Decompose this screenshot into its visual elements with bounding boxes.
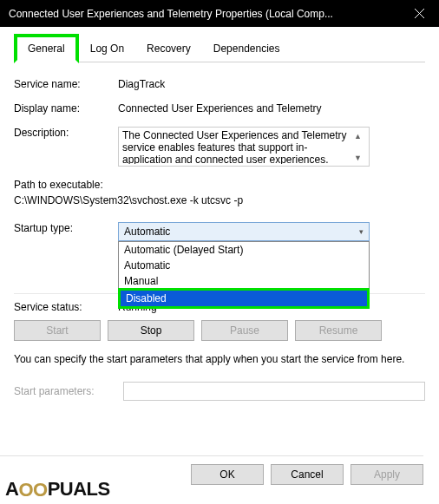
control-buttons: Start Stop Pause Resume <box>14 320 425 341</box>
pause-button: Pause <box>201 320 288 341</box>
start-params-label: Start parameters: <box>14 385 116 397</box>
cancel-button[interactable]: Cancel <box>271 464 344 485</box>
start-params-row: Start parameters: <box>14 382 425 401</box>
display-name-value: Connected User Experiences and Telemetry <box>118 102 425 115</box>
dialog-buttons: OK Cancel Apply <box>191 455 423 485</box>
scroll-up-icon[interactable]: ▲ <box>351 129 364 142</box>
display-name-row: Display name: Connected User Experiences… <box>14 102 425 115</box>
service-name-row: Service name: DiagTrack <box>14 78 425 90</box>
description-label: Description: <box>14 127 118 139</box>
startup-type-label: Startup type: <box>14 222 118 234</box>
startup-type-combo[interactable]: Automatic ▾ Automatic (Delayed Start) Au… <box>118 222 370 241</box>
startup-option-manual[interactable]: Manual <box>119 273 369 289</box>
tab-general[interactable]: General <box>14 34 79 63</box>
service-name-label: Service name: <box>14 78 118 90</box>
tab-log-on[interactable]: Log On <box>79 36 135 62</box>
scroll-down-icon[interactable]: ▼ <box>351 151 364 164</box>
titlebar: Connected User Experiences and Telemetry… <box>0 0 439 27</box>
start-button: Start <box>14 320 101 341</box>
path-label: Path to executable: <box>14 179 425 191</box>
info-text: You can specify the start parameters tha… <box>14 353 425 366</box>
startup-type-row: Startup type: Automatic ▾ Automatic (Del… <box>14 222 425 241</box>
description-scrollbar[interactable]: ▲ ▼ <box>351 129 365 164</box>
watermark-a: A <box>5 478 18 501</box>
path-value: C:\WINDOWS\System32\svchost.exe -k utcsv… <box>14 194 425 206</box>
close-icon <box>415 9 424 18</box>
startup-type-selected: Automatic <box>124 226 170 238</box>
stop-button[interactable]: Stop <box>108 320 194 341</box>
startup-option-disabled[interactable]: Disabled <box>118 288 370 309</box>
startup-option-automatic[interactable]: Automatic <box>119 258 369 273</box>
watermark-oo: OO <box>18 479 47 501</box>
apply-button: Apply <box>351 464 423 485</box>
startup-option-delayed[interactable]: Automatic (Delayed Start) <box>119 242 369 258</box>
service-name-value: DiagTrack <box>118 78 425 90</box>
ok-button[interactable]: OK <box>191 464 264 485</box>
startup-type-field[interactable]: Automatic ▾ <box>118 222 370 241</box>
close-button[interactable] <box>399 0 439 27</box>
chevron-down-icon: ▾ <box>359 227 364 236</box>
display-name-label: Display name: <box>14 102 118 115</box>
watermark-puals: PUALS <box>48 478 110 501</box>
tab-recovery[interactable]: Recovery <box>135 36 202 62</box>
dialog-content: General Log On Recovery Dependencies Ser… <box>0 27 439 401</box>
service-status-label: Service status: <box>14 301 118 313</box>
resume-button: Resume <box>295 320 382 341</box>
window-title: Connected User Experiences and Telemetry… <box>9 8 399 20</box>
start-params-input <box>123 382 425 401</box>
path-block: Path to executable: C:\WINDOWS\System32\… <box>14 179 425 206</box>
description-text: The Connected User Experiences and Telem… <box>122 129 351 164</box>
description-row: Description: The Connected User Experien… <box>14 127 425 167</box>
watermark-logo: AOOPUALS <box>5 478 110 501</box>
tab-strip: General Log On Recovery Dependencies <box>14 34 425 62</box>
description-box: The Connected User Experiences and Telem… <box>118 127 370 167</box>
tab-dependencies[interactable]: Dependencies <box>202 36 292 62</box>
startup-type-dropdown[interactable]: Automatic (Delayed Start) Automatic Manu… <box>118 241 370 309</box>
